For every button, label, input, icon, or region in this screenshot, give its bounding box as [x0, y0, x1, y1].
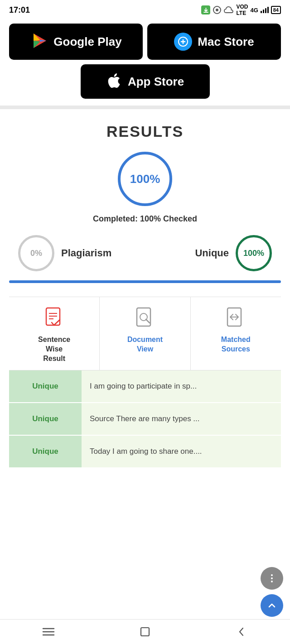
completed-text: Completed: 100% Checked	[93, 214, 197, 224]
result-item-3[interactable]: Unique Today I am going to share one....	[9, 436, 281, 468]
plagiarism-circle: 0%	[18, 235, 54, 271]
view-tabs: SentenceWiseResult DocumentView	[9, 297, 281, 370]
tab-matched-label: MatchedSources	[221, 335, 251, 354]
status-bar: 17:01 VODLTE 4G 84	[0, 0, 290, 19]
network-type: 4G	[250, 7, 258, 14]
plagiarism-value: 0%	[30, 249, 42, 258]
float-up-button[interactable]	[261, 594, 283, 617]
store-row-bottom: App Store	[9, 64, 281, 99]
cloud-icon	[224, 6, 234, 14]
tab-sentence-label: SentenceWiseResult	[38, 335, 70, 363]
battery-indicator: 84	[271, 6, 281, 14]
nav-home-button[interactable]	[131, 623, 159, 641]
completion-circle-wrap: 100%	[118, 152, 172, 206]
svg-point-20	[271, 577, 273, 579]
unique-section: Unique 100%	[195, 235, 272, 271]
result-badge-2: Unique	[9, 403, 82, 435]
section-divider	[0, 106, 290, 109]
download-icon	[201, 5, 210, 14]
signal-bars-icon	[261, 7, 269, 13]
mac-store-button[interactable]: Mac Store	[147, 24, 281, 60]
svg-rect-25	[141, 628, 149, 636]
unique-label: Unique	[195, 247, 229, 259]
result-badge-1: Unique	[9, 370, 82, 402]
document-icon	[133, 306, 157, 330]
float-buttons	[261, 567, 283, 617]
nav-back-button[interactable]	[228, 623, 255, 641]
battery-level: 84	[271, 6, 281, 14]
progress-bar	[9, 280, 281, 283]
results-section: RESULTS 100% Completed: 100% Checked 0% …	[0, 109, 290, 477]
nav-menu-button[interactable]	[35, 623, 62, 641]
circular-icon	[213, 5, 222, 14]
tab-matched-sources[interactable]: MatchedSources	[191, 297, 281, 370]
status-time: 17:01	[9, 5, 30, 15]
signal-text: VODLTE	[236, 4, 248, 16]
plagiarism-label: Plagiarism	[61, 247, 111, 259]
mac-store-label: Mac Store	[198, 35, 254, 49]
tab-sentence-wise[interactable]: SentenceWiseResult	[9, 297, 100, 370]
completion-circle: 100%	[118, 152, 172, 206]
tab-document-label: DocumentView	[127, 335, 163, 354]
store-buttons-section: Google Play Mac Store App Store	[0, 19, 290, 106]
google-play-icon	[30, 32, 48, 52]
sentence-icon	[43, 306, 66, 330]
svg-point-19	[271, 574, 273, 576]
results-title: RESULTS	[106, 123, 184, 140]
unique-value: 100%	[243, 249, 264, 258]
svg-point-1	[216, 9, 218, 11]
google-play-label: Google Play	[53, 35, 121, 49]
tab-document-view[interactable]: DocumentView	[100, 297, 190, 370]
results-list: Unique I am going to participate in sp..…	[9, 370, 281, 468]
svg-rect-14	[137, 308, 150, 326]
bottom-nav-bar	[0, 619, 290, 644]
result-badge-text-3: Unique	[32, 447, 58, 456]
result-badge-text-2: Unique	[32, 414, 58, 423]
app-store-label: App Store	[128, 75, 184, 89]
result-item-1[interactable]: Unique I am going to participate in sp..…	[9, 370, 281, 403]
result-text-1: I am going to participate in sp...	[82, 370, 281, 402]
google-play-button[interactable]: Google Play	[9, 24, 143, 60]
matched-icon	[224, 306, 247, 330]
result-badge-text-1: Unique	[32, 382, 58, 391]
float-action-button[interactable]	[261, 567, 283, 590]
completion-percentage: 100%	[130, 172, 160, 186]
svg-point-21	[271, 581, 273, 582]
plag-unique-row: 0% Plagiarism Unique 100%	[9, 235, 281, 271]
mac-store-icon	[174, 33, 192, 51]
svg-line-16	[146, 319, 150, 323]
result-text-2: Source There are many types ...	[82, 403, 281, 435]
unique-circle: 100%	[236, 235, 272, 271]
result-item-2[interactable]: Unique Source There are many types ...	[9, 403, 281, 436]
result-badge-3: Unique	[9, 436, 82, 467]
status-icons: VODLTE 4G 84	[201, 4, 281, 16]
apple-icon	[106, 72, 122, 91]
result-text-3: Today I am going to share one....	[82, 436, 281, 467]
plagiarism-section: 0% Plagiarism	[18, 235, 111, 271]
app-store-button[interactable]: App Store	[81, 64, 210, 99]
store-row-top: Google Play Mac Store	[9, 24, 281, 60]
